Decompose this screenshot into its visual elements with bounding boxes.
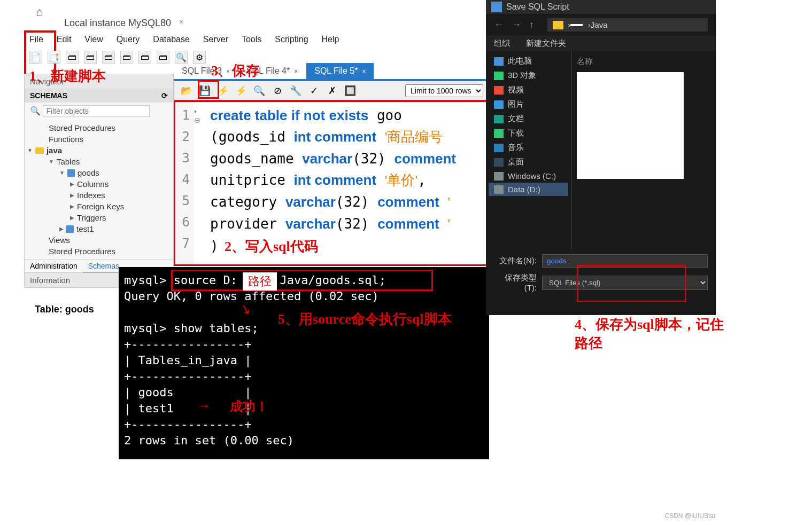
tree-triggers[interactable]: ▶Triggers bbox=[27, 212, 171, 223]
tree-item[interactable]: Stored Procedures bbox=[27, 122, 171, 134]
arrow-icon: → bbox=[198, 398, 211, 413]
annotation-box-3 bbox=[198, 80, 219, 99]
sidebar-item-docs[interactable]: 文档 bbox=[489, 112, 568, 126]
folder-icon bbox=[553, 21, 563, 29]
explain-icon[interactable]: 🔍 bbox=[252, 84, 266, 98]
stop-icon[interactable]: ⊘ bbox=[270, 84, 284, 98]
new-sql-icon[interactable]: 📄 bbox=[29, 51, 42, 64]
tool-icon[interactable]: 🗃 bbox=[157, 51, 169, 64]
masked-path bbox=[570, 24, 583, 26]
commit-icon[interactable]: ✓ bbox=[307, 84, 321, 98]
annotation-3: 3、保存 bbox=[211, 61, 260, 80]
sidebar-item-d-drive[interactable]: Data (D:) bbox=[489, 183, 568, 196]
annotation-4: 4、保存为sql脚本，记住路径 bbox=[575, 315, 724, 352]
address-bar[interactable]: › › Java bbox=[547, 18, 708, 32]
menu-database[interactable]: Database bbox=[153, 35, 190, 44]
execute-step-icon[interactable]: ⚡ bbox=[234, 84, 248, 98]
main-toolbar: 📄 📑 🗃 🗃 🗃 🗃 🗃 🗃 🔍 ⚙ bbox=[29, 51, 206, 64]
tool-icon[interactable]: 🗃 bbox=[120, 51, 133, 64]
filetype-label: 保存类型(T): bbox=[494, 273, 537, 292]
code-editor[interactable]: 1234567 •⊖ create table if not exists go… bbox=[174, 100, 489, 266]
tree-fkeys[interactable]: ▶Foreign Keys bbox=[27, 201, 171, 212]
annotation-success: 成功！ bbox=[230, 398, 268, 415]
navigator-panel: Navigator SCHEMAS ⟳ 🔍 Stored Procedures … bbox=[24, 74, 174, 273]
annotation-5: 5、用source命令执行sql脚本 bbox=[278, 310, 452, 328]
tree-item[interactable]: Functions bbox=[27, 134, 171, 145]
instance-tab[interactable]: Local instance MySQL80 bbox=[64, 18, 171, 29]
tree-indexes[interactable]: ▶Indexes bbox=[27, 190, 171, 201]
tool-icon[interactable]: 🗃 bbox=[84, 51, 97, 64]
annotation-2: 2、写入sql代码 bbox=[225, 237, 318, 256]
sidebar-tree: 此电脑 3D 对象 视频 图片 文档 下载 音乐 桌面 Windows (C:)… bbox=[486, 51, 571, 249]
tool-icon[interactable]: 🔍 bbox=[175, 51, 188, 64]
sidebar-item-3d[interactable]: 3D 对象 bbox=[489, 68, 568, 83]
preview-box bbox=[577, 72, 684, 179]
annotation-box-5 bbox=[171, 270, 433, 291]
menu-scripting[interactable]: Scripting bbox=[275, 35, 308, 44]
tool-icon[interactable]: 🗃 bbox=[66, 51, 79, 64]
annotation-box-4 bbox=[577, 265, 686, 302]
limit-select[interactable]: Limit to 1000 rows bbox=[405, 84, 483, 97]
tree-db[interactable]: ▼java bbox=[27, 145, 171, 156]
sidebar-item-downloads[interactable]: 下载 bbox=[489, 126, 568, 140]
watermark: CSDN @IUIUStar bbox=[664, 512, 716, 520]
sidebar-item-desktop[interactable]: 桌面 bbox=[489, 155, 568, 169]
menu-help[interactable]: Help bbox=[322, 35, 339, 44]
sidebar-item-c-drive[interactable]: Windows (C:) bbox=[489, 169, 568, 183]
open-icon[interactable]: 📂 bbox=[180, 84, 194, 98]
tree-item[interactable]: Stored Procedures bbox=[27, 246, 171, 257]
path-label: 路径 bbox=[243, 272, 277, 291]
menu-bar: File Edit View Query Database Server Too… bbox=[24, 35, 339, 44]
home-icon[interactable]: ⌂ bbox=[36, 5, 43, 19]
mysql-terminal[interactable]: mysql> source D: Java/goods.sql; Query O… bbox=[119, 267, 489, 459]
new-folder-button[interactable]: 新建文件夹 bbox=[526, 38, 566, 49]
menu-tools[interactable]: Tools bbox=[242, 35, 261, 44]
tree-table-goods[interactable]: ▼goods bbox=[27, 167, 171, 178]
menu-query[interactable]: Query bbox=[117, 35, 140, 44]
filter-input[interactable] bbox=[43, 105, 150, 117]
tool-icon[interactable]: 🗃 bbox=[138, 51, 151, 64]
menu-server[interactable]: Server bbox=[203, 35, 228, 44]
sidebar-item-video[interactable]: 视频 bbox=[489, 83, 568, 97]
close-icon[interactable]: × bbox=[179, 18, 183, 26]
tool-icon[interactable]: ⚙ bbox=[193, 51, 206, 64]
rollback-icon[interactable]: ✗ bbox=[325, 84, 339, 98]
menu-edit[interactable]: Edit bbox=[57, 35, 72, 44]
tab-administration[interactable]: Administration bbox=[25, 260, 83, 273]
editor-toolbar: 📂 💾 ⚡ ⚡ 🔍 ⊘ 🔧 ✓ ✗ 🔲 Limit to 1000 rows bbox=[174, 79, 489, 100]
dialog-nav: ← → ↑ › › Java bbox=[486, 14, 716, 36]
editor-tabs: SQL File 3× SQL File 4*× SQL File 5*× bbox=[174, 63, 374, 79]
tree-columns[interactable]: ▶Columns bbox=[27, 178, 171, 190]
menu-view[interactable]: View bbox=[84, 35, 103, 44]
sidebar-item-pictures[interactable]: 图片 bbox=[489, 97, 568, 112]
autocommit-icon[interactable]: 🔲 bbox=[343, 84, 357, 98]
organize-button[interactable]: 组织 bbox=[494, 38, 510, 49]
up-icon[interactable]: ↑ bbox=[529, 19, 534, 30]
tool-icon[interactable]: 🔧 bbox=[289, 84, 303, 98]
app-icon bbox=[491, 2, 502, 12]
sidebar-item-thispc[interactable]: 此电脑 bbox=[489, 54, 568, 68]
sql-tab-active[interactable]: SQL File 5*× bbox=[306, 63, 374, 79]
schema-tree: Stored Procedures Functions ▼java ▼Table… bbox=[25, 120, 173, 260]
tree-views[interactable]: Views bbox=[27, 234, 171, 246]
file-list: 名称 bbox=[571, 51, 716, 249]
line-numbers: 1234567 bbox=[175, 102, 194, 264]
tree-tables[interactable]: ▼Tables bbox=[27, 156, 171, 167]
tool-icon[interactable]: 🗃 bbox=[102, 51, 115, 64]
forward-icon[interactable]: → bbox=[512, 19, 521, 30]
sidebar-item-music[interactable]: 音乐 bbox=[489, 140, 568, 155]
dialog-title: Save SQL Script bbox=[486, 0, 716, 14]
back-icon[interactable]: ← bbox=[494, 19, 504, 30]
tree-table-test1[interactable]: ▶test1 bbox=[27, 223, 171, 234]
schemas-header: SCHEMAS ⟳ bbox=[25, 89, 173, 103]
filename-label: 文件名(N): bbox=[494, 256, 537, 266]
tool-icon[interactable]: 📑 bbox=[48, 51, 60, 64]
search-icon: 🔍 bbox=[30, 106, 41, 115]
refresh-icon[interactable]: ⟳ bbox=[161, 91, 168, 100]
annotation-1: 1、新建脚本 bbox=[29, 67, 106, 85]
